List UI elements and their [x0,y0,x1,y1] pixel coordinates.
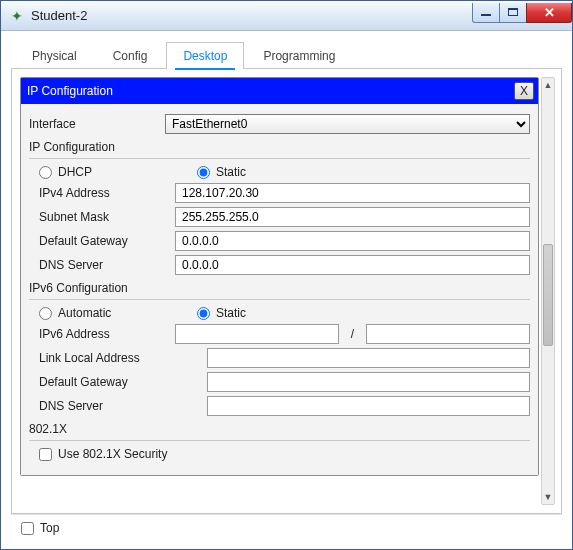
scroll-area: IP Configuration X Interface FastEtherne… [20,77,539,505]
divider [29,158,530,159]
subnet-mask-input[interactable] [175,207,530,227]
tab-physical[interactable]: Physical [15,42,94,69]
dhcp-radio[interactable]: DHCP [39,165,189,179]
ipv4-group-title: IP Configuration [29,140,530,154]
vertical-scrollbar[interactable]: ▲ ▼ [541,77,555,505]
dhcp-radio-label: DHCP [58,165,92,179]
automatic-radio-label: Automatic [58,306,111,320]
close-button[interactable]: ✕ [526,3,572,23]
ipv4-gateway-label: Default Gateway [39,234,167,248]
ip-config-close-button[interactable]: X [514,82,534,100]
use-8021x-checkbox[interactable]: Use 802.1X Security [39,447,167,461]
scroll-up-button[interactable]: ▲ [542,78,554,92]
ipv4-address-input[interactable] [175,183,530,203]
scroll-down-button[interactable]: ▼ [542,490,554,504]
tab-config[interactable]: Config [96,42,165,69]
ip-config-window: IP Configuration X Interface FastEtherne… [20,77,539,476]
maximize-button[interactable] [499,3,527,23]
automatic-radio[interactable]: Automatic [39,306,189,320]
tab-programming[interactable]: Programming [246,42,352,69]
static-radio-input[interactable] [197,166,210,179]
subnet-mask-label: Subnet Mask [39,210,167,224]
divider [29,440,530,441]
ipv6-dns-input[interactable] [207,396,530,416]
divider [29,299,530,300]
titlebar[interactable]: ✦ Student-2 ✕ [1,1,572,31]
ipv4-gateway-input[interactable] [175,231,530,251]
ipv4-dns-label: DNS Server [39,258,167,272]
static-radio-label: Static [216,165,246,179]
app-window: ✦ Student-2 ✕ Physical Config Desktop Pr… [0,0,573,550]
tab-panel: IP Configuration X Interface FastEtherne… [11,69,562,514]
ipv6-static-radio-label: Static [216,306,246,320]
ipv6-group-title: IPv6 Configuration [29,281,530,295]
scroll-thumb[interactable] [543,244,553,346]
maximize-icon [508,8,518,16]
link-local-input[interactable] [207,348,530,368]
ipv6-prefix-input[interactable] [366,324,530,344]
ipv4-address-label: IPv4 Address [39,186,167,200]
ipv6-address-label: IPv6 Address [39,327,167,341]
use-8021x-label: Use 802.1X Security [58,447,167,461]
top-checkbox-input[interactable] [21,522,34,535]
top-checkbox[interactable]: Top [21,521,59,535]
interface-select[interactable]: FastEthernet0 [165,114,530,134]
dhcp-radio-input[interactable] [39,166,52,179]
ipv6-gateway-input[interactable] [207,372,530,392]
ipv4-dns-input[interactable] [175,255,530,275]
close-icon: ✕ [544,5,555,20]
dot1x-group-title: 802.1X [29,422,530,436]
ipv6-static-radio[interactable]: Static [197,306,347,320]
ipv6-gateway-label: Default Gateway [39,375,199,389]
ipv6-dns-label: DNS Server [39,399,199,413]
ip-config-title: IP Configuration [27,84,514,98]
client-area: Physical Config Desktop Programming IP C… [1,31,572,549]
ipv6-static-radio-input[interactable] [197,307,210,320]
ipv6-address-input[interactable] [175,324,339,344]
prefix-separator: / [347,327,358,341]
static-radio[interactable]: Static [197,165,347,179]
minimize-icon [481,14,491,16]
scroll-track[interactable] [543,94,553,488]
use-8021x-checkbox-input[interactable] [39,448,52,461]
interface-label: Interface [29,117,157,131]
automatic-radio-input[interactable] [39,307,52,320]
link-local-label: Link Local Address [39,351,199,365]
top-checkbox-label: Top [40,521,59,535]
app-icon: ✦ [9,8,25,24]
tab-desktop[interactable]: Desktop [166,42,244,69]
minimize-button[interactable] [472,3,500,23]
tabstrip: Physical Config Desktop Programming [11,41,562,69]
ip-config-body: Interface FastEthernet0 IP Configuration… [21,104,538,475]
ip-config-titlebar[interactable]: IP Configuration X [21,78,538,104]
footer: Top [11,514,562,543]
window-title: Student-2 [31,8,473,23]
window-buttons: ✕ [473,3,572,23]
